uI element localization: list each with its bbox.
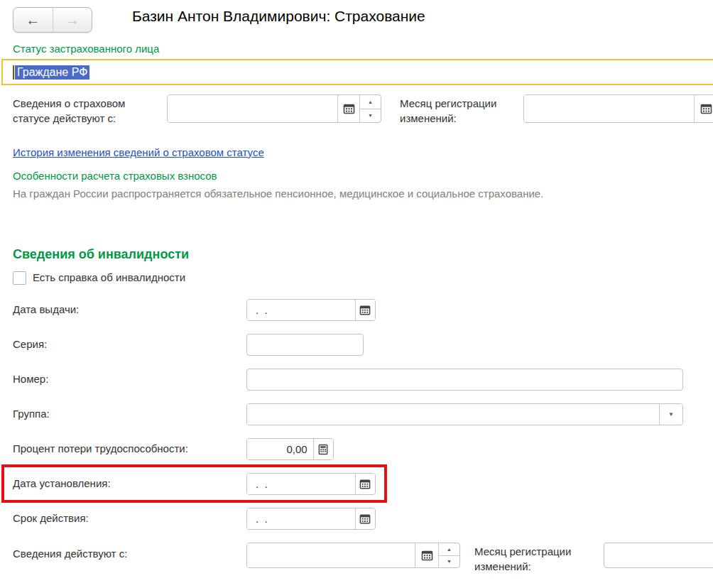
calendar-button[interactable] [355,300,375,320]
valid-from-group: ▲ ▼ [246,543,460,568]
status-valid-from-group: ▲ ▼ [167,94,381,123]
valid-until-input[interactable] [247,508,355,529]
loss-percent-label: Процент потери трудоспособности: [13,442,188,454]
calendar-button[interactable] [337,95,359,122]
spinner-down-button[interactable]: ▼ [360,109,381,123]
calendar-button[interactable] [355,508,375,529]
establish-date-input[interactable] [247,474,355,494]
status-label: Статус застрахованного лица [13,43,159,55]
calculator-button[interactable] [313,439,333,459]
status-month-reg-input[interactable] [524,95,694,122]
status-month-reg-group [523,94,713,123]
spinner-up-button[interactable]: ▲ [439,543,459,555]
back-button[interactable]: ← [13,8,53,32]
valid-until-group [246,508,376,530]
disability-checkbox-label: Есть справка об инвалидности [33,271,185,283]
insurance-form: ← → Базин Антон Владимирович: Страховани… [0,0,713,588]
disability-section-title: Сведения об инвалидности [13,247,189,262]
calendar-icon [343,103,355,115]
disability-checkbox[interactable] [13,271,26,285]
calculator-icon [317,444,329,455]
establish-date-label: Дата установления: [13,477,111,489]
history-link[interactable]: История изменения сведений о страховом с… [13,146,264,158]
calendar-icon [700,103,712,115]
number-input[interactable] [246,369,683,391]
series-input[interactable] [246,334,364,356]
forward-arrow-icon: → [65,13,80,27]
spinner-up-button[interactable]: ▲ [360,95,381,109]
calendar-icon [359,479,371,490]
triangle-up-icon: ▲ [447,547,452,552]
calendar-button[interactable] [355,474,375,494]
calendar-button[interactable] [694,95,713,122]
disability-month-reg-label: Месяц регистрации изменений: [474,544,588,574]
status-input[interactable]: Граждане РФ [1,59,713,85]
triangle-up-icon: ▲ [368,99,373,104]
spinner-down-button[interactable]: ▼ [439,555,459,568]
loss-percent-input[interactable] [247,439,313,459]
disability-month-reg-input[interactable] [604,543,713,568]
back-arrow-icon: ← [26,13,40,27]
forward-button[interactable]: → [53,8,92,32]
issue-date-group [246,299,376,321]
contribution-note-body: На граждан России распространяется обяза… [13,187,543,200]
chevron-down-icon: ▼ [668,411,674,418]
establish-date-group [246,473,376,495]
status-valid-from-input[interactable] [168,95,337,122]
triangle-down-icon: ▼ [368,113,373,118]
status-selected-value: Граждане РФ [15,65,89,80]
calendar-button[interactable] [415,543,438,567]
date-spinner: ▲ ▼ [438,543,459,567]
status-valid-from-label: Сведения о страховом статусе действуют с… [13,96,144,126]
triangle-down-icon: ▼ [447,559,452,564]
calendar-icon [421,550,433,562]
group-input[interactable] [247,404,659,425]
issue-date-label: Дата выдачи: [13,303,79,315]
page-title: Базин Антон Владимирович: Страхование [132,8,425,25]
issue-date-input[interactable] [247,300,355,320]
calendar-icon [359,305,371,316]
loss-percent-group [246,438,334,460]
group-dropdown-button[interactable]: ▼ [659,404,682,425]
text-caret [13,65,14,80]
group-label: Группа: [13,408,50,420]
valid-from-label: Сведения действуют с: [13,548,127,560]
contribution-note-title: Особенности расчета страховых взносов [13,170,217,182]
status-month-reg-label: Месяц регистрации изменений: [400,96,510,126]
valid-from-input[interactable] [247,543,415,567]
date-spinner: ▲ ▼ [359,95,381,122]
history-nav-buttons: ← → [13,7,92,33]
group-combobox: ▼ [246,403,683,425]
number-label: Номер: [13,373,48,385]
valid-until-label: Срок действия: [13,512,89,524]
calendar-icon [359,513,371,525]
series-label: Серия: [13,338,47,350]
